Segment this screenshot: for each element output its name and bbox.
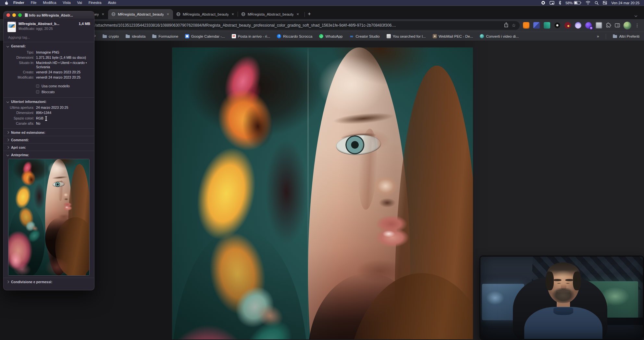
indigo-extension-icon[interactable] — [533, 22, 540, 29]
path — [607, 23, 611, 27]
section-condivisione[interactable]: Condivisione e permessi: — [4, 278, 94, 285]
bookmark-item[interactable]: idealista — [126, 34, 145, 38]
record-icon[interactable] — [541, 1, 545, 5]
svg — [603, 1, 607, 5]
collapsed-section-header[interactable]: Nome ed estensione: — [4, 128, 94, 136]
add-tags-input[interactable] — [7, 35, 90, 40]
spotlight-search-icon[interactable] — [595, 1, 599, 5]
bookmarks-overflow-chevrons[interactable]: » — [597, 34, 599, 39]
file-modified-line: Modificato: oggi, 20:25 — [19, 27, 76, 31]
checkbox-label: Bloccato — [42, 90, 55, 94]
checkbox-row[interactable]: Usa come modello — [36, 83, 91, 89]
tab-close-icon[interactable]: × — [101, 12, 105, 16]
bookmark-item[interactable]: M Posta in arrivo - ri... — [232, 34, 270, 38]
apple-logo-icon[interactable] — [5, 1, 8, 5]
checkbox-group: Usa come modello Bloccato — [4, 82, 94, 98]
zoom-button[interactable] — [18, 13, 22, 17]
collapsed-section-header[interactable]: Commenti: — [4, 136, 94, 143]
bluetooth-icon[interactable] — [559, 1, 561, 5]
info-window-titlebar[interactable]: Info su MRregista_Abstr... — [4, 11, 94, 19]
globe-icon — [241, 12, 245, 16]
browser-tab[interactable]: MRregista_Abstract_beauty._ × — [238, 9, 303, 19]
info-file-header: MRregista_Abstract_b... Modificato: oggi… — [4, 19, 94, 34]
purple-extension-icon[interactable]: 5 — [585, 22, 592, 29]
menubar-menu[interactable]: Finder — [10, 0, 28, 6]
url-text: /attachments/1013512335442333816/1088906… — [95, 23, 502, 28]
info-row: Spazio colori: RGB — [7, 116, 91, 121]
info-row-value: 896×1344 — [36, 111, 91, 115]
other-bookmarks-button[interactable]: Altri Preferiti — [613, 34, 639, 38]
control-center-icon[interactable] — [603, 1, 607, 5]
decorative-shape — [480, 257, 643, 339]
address-bar[interactable]: /attachments/1013512335442333816/1088906… — [91, 21, 520, 30]
tab-search-chevron-icon[interactable] — [635, 12, 638, 15]
profile-avatar[interactable] — [624, 22, 631, 29]
svg — [595, 1, 599, 5]
svg — [504, 22, 508, 27]
bookmark-label: WhatsApp — [325, 34, 342, 38]
svg — [241, 12, 245, 16]
checkbox-row[interactable]: Bloccato — [36, 89, 91, 95]
path — [586, 1, 590, 2]
checkbox[interactable] — [36, 90, 39, 94]
bookmark-item[interactable]: f Riccardo Scrocca — [277, 34, 312, 38]
side-panel-icon[interactable] — [614, 22, 620, 28]
browser-tab[interactable]: MRregista_Abstract_beauty._ × — [108, 9, 173, 19]
tab-title: MRregista_Abstract_beauty._ — [183, 12, 229, 16]
wifi-icon[interactable] — [586, 1, 590, 5]
menu-bar-clock[interactable]: Ven 24 mar 20:25 — [611, 1, 639, 5]
bookmark-star-icon[interactable]: ☆ — [512, 23, 516, 28]
collapsed-section-header[interactable]: Apri con: — [4, 143, 94, 151]
section-condivisione-label: Condivisione e permessi: — [11, 280, 52, 284]
share-icon[interactable] — [504, 22, 508, 29]
info-window-title-text: Info su MRregista_Abstr... — [29, 13, 73, 17]
menubar-menu[interactable]: Finestra — [85, 0, 105, 6]
menubar-menu[interactable]: Modifica — [40, 0, 59, 6]
gray-square-extension-icon[interactable] — [596, 22, 602, 29]
bookmark-item[interactable]: crypto — [103, 34, 119, 38]
bookmark-item[interactable]: Converti i video di... — [480, 34, 519, 38]
black-circle-extension-icon[interactable] — [554, 22, 561, 29]
screen-mirroring-icon[interactable] — [550, 1, 554, 5]
tab-close-icon[interactable]: × — [231, 12, 235, 16]
bookmark-icon — [433, 34, 437, 38]
info-row-label: Spazio colori: — [7, 116, 34, 120]
battery-status[interactable]: 58% — [565, 1, 581, 5]
menubar-menu[interactable]: File — [28, 0, 40, 6]
close-button[interactable] — [6, 13, 10, 17]
bookmark-item[interactable]: You searched for l... — [387, 34, 426, 38]
tab-title: MRregista_Abstract_beauty._ — [248, 12, 293, 16]
collapsed-section-label: Nome ed estensione: — [11, 131, 45, 134]
bookmark-item[interactable]: Google Calendar -... — [185, 34, 225, 38]
menubar-menu[interactable]: Vista — [59, 0, 74, 6]
menubar-menu[interactable]: Vai — [74, 0, 85, 6]
bookmark-icon — [126, 35, 130, 38]
checkbox[interactable] — [36, 84, 39, 88]
file-size: 1,4 MB — [79, 22, 90, 26]
bookmark-icon-glyph: f — [279, 35, 279, 38]
bookmark-item[interactable]: WebMail PEC - De... — [433, 34, 473, 38]
tab-close-icon[interactable]: × — [296, 12, 300, 16]
section-generali-label: Generali: — [11, 44, 26, 48]
password-key-extension-icon[interactable] — [564, 22, 571, 29]
menubar-menu[interactable]: Aiuto — [105, 0, 119, 6]
browser-menu-icon[interactable]: ⋮ — [634, 23, 640, 28]
extensions-puzzle-icon[interactable] — [605, 22, 611, 28]
browser-tab[interactable]: MRregista_Abstract_beauty._ × — [173, 9, 238, 19]
bookmark-item[interactable]: WhatsApp — [319, 34, 342, 38]
image-viewer[interactable] — [172, 47, 473, 339]
tab-close-icon[interactable]: × — [166, 12, 170, 16]
new-tab-button[interactable]: + — [305, 9, 314, 19]
bookmark-item[interactable]: ∞ Creator Studio — [350, 34, 380, 38]
teal-extension-icon[interactable] — [544, 22, 550, 29]
section-generali[interactable]: Generali: — [4, 42, 94, 49]
checkbox-label: Usa come modello — [42, 84, 70, 88]
info-row-value: venerdì 24 marzo 2023 20:25 — [36, 70, 91, 74]
bookmark-item[interactable]: Formazione — [152, 34, 178, 38]
metamask-extension-icon[interactable] — [523, 22, 529, 29]
decorative-shape — [10, 261, 34, 275]
purple-cloud-extension-icon[interactable] — [575, 22, 581, 29]
minimize-button[interactable] — [12, 13, 16, 17]
section-ulteriori-informazioni[interactable]: Ulteriori informazioni: — [4, 98, 94, 105]
section-anteprima[interactable]: Anteprima: — [4, 151, 94, 158]
